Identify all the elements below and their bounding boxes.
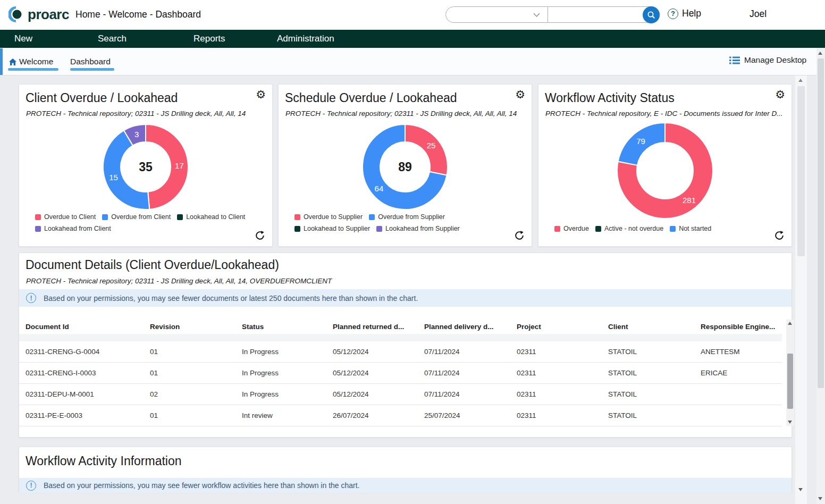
legend-item-overdue-from-supplier[interactable]: Overdue from Supplier — [369, 213, 445, 221]
gear-icon: ⚙ — [256, 88, 266, 100]
table-cell: 26/07/2024 — [333, 405, 424, 426]
legend-item-overdue-to-supplier[interactable]: Overdue to Supplier — [294, 213, 363, 221]
tab-welcome-underline — [8, 68, 58, 71]
table-cell: 01 — [150, 341, 242, 362]
manage-desktop-button[interactable]: Manage Desktop — [729, 55, 806, 65]
legend-item-overdue[interactable]: Overdue — [554, 224, 589, 233]
table-row[interactable]: 02311-DEPU-M-000102In Progress05/12/2024… — [19, 384, 782, 405]
search-button[interactable] — [643, 6, 660, 23]
table-scrollbar-thumb[interactable] — [787, 354, 793, 409]
workflow-info-card: Workflow Activity Information ! Based on… — [19, 447, 792, 492]
schedule-overdue-card: Schedule Overdue / Lookahead PROTECH - T… — [278, 84, 532, 247]
main-nav: New Search Reports Administration — [0, 30, 825, 48]
table-cell: In Progress — [242, 341, 333, 362]
document-details-title: Document Details (Client Overdue/Lookahe… — [26, 258, 279, 272]
column-header-revision[interactable]: Revision — [150, 323, 242, 331]
card-title: Client Overdue / Lookahead — [26, 91, 178, 105]
help-button[interactable]: ? Help — [668, 8, 701, 19]
user-menu[interactable]: Joel — [750, 9, 767, 20]
document-details-subtitle: PROTECH - Technical repository; 02311 - … — [26, 277, 332, 285]
refresh-button[interactable] — [773, 230, 785, 243]
legend-label: Lookahead from Client — [44, 225, 111, 232]
legend-item-overdue-to-client[interactable]: Overdue to Client — [35, 213, 96, 221]
table-row[interactable]: 02311-PE-E-000301Int review26/07/202425/… — [19, 405, 782, 426]
settings-button[interactable]: ⚙ — [774, 88, 786, 101]
tab-dashboard[interactable]: Dashboard — [70, 57, 111, 66]
legend-item-active-not-overdue[interactable]: Active - not overdue — [595, 224, 663, 233]
search-category-select[interactable] — [445, 6, 548, 23]
nav-item-reports[interactable]: Reports — [193, 33, 225, 44]
column-header-status[interactable]: Status — [242, 323, 333, 331]
legend-swatch — [294, 226, 300, 232]
table-cell: 02311-CRENG-I-0003 — [26, 363, 150, 383]
dashboard-scrollbar-thumb[interactable] — [797, 86, 805, 256]
column-header-planned-delivery-d[interactable]: Planned delivery d... — [424, 323, 517, 331]
tab-row: Welcome Dashboard Manage Desktop — [0, 48, 825, 75]
scroll-up-icon[interactable] — [818, 52, 822, 55]
legend-label: Overdue from Supplier — [378, 213, 445, 221]
scroll-up-icon[interactable] — [788, 322, 792, 325]
table-cell: 07/11/2024 — [424, 341, 517, 362]
column-header-responsible-engine[interactable]: Responsible Engine... — [701, 323, 782, 331]
legend-swatch — [102, 214, 108, 220]
legend-swatch — [670, 226, 676, 232]
scroll-down-icon[interactable] — [788, 421, 792, 424]
column-header-project[interactable]: Project — [517, 323, 608, 331]
tab-welcome[interactable]: Welcome — [9, 57, 53, 66]
home-icon — [9, 58, 16, 65]
legend-item-lookahead-from-supplier[interactable]: Lookahead from Supplier — [376, 224, 460, 233]
refresh-button[interactable] — [513, 230, 525, 243]
legend-label: Overdue to Client — [44, 213, 96, 221]
table-cell: STATOIL — [608, 363, 701, 383]
nav-item-administration[interactable]: Administration — [277, 33, 334, 44]
settings-button[interactable]: ⚙ — [255, 88, 267, 101]
document-details-card: Document Details (Client Overdue/Lookahe… — [19, 253, 792, 438]
scroll-down-icon[interactable] — [818, 497, 822, 500]
table-cell: 25/07/2024 — [424, 405, 517, 426]
nav-item-search[interactable]: Search — [98, 33, 127, 44]
legend-item-lookahead-to-client[interactable]: Lookahead to Client — [177, 213, 245, 221]
table-cell: STATOIL — [608, 405, 701, 426]
column-header-client[interactable]: Client — [608, 323, 701, 331]
gear-icon: ⚙ — [515, 88, 525, 100]
legend-swatch — [35, 226, 41, 232]
table-row[interactable]: 02311-CRENG-I-000301In Progress05/12/202… — [19, 363, 782, 384]
legend-item-lookahead-to-supplier[interactable]: Lookahead to Supplier — [294, 224, 370, 233]
table-row[interactable]: 02311-CRENG-G-000401In Progress05/12/202… — [19, 341, 782, 363]
legend-label: Overdue from Client — [111, 213, 171, 221]
refresh-button[interactable] — [254, 230, 266, 243]
column-header-document-id[interactable]: Document Id — [26, 323, 150, 331]
table-cell: 02311-PE-E-0003 — [26, 405, 150, 426]
scroll-down-icon[interactable] — [798, 488, 803, 491]
table-scrollbar[interactable] — [786, 320, 794, 426]
page-scrollbar[interactable] — [816, 48, 825, 504]
card-subtitle: PROTECH - Technical repository; 02311 - … — [26, 110, 246, 117]
proarc-logo[interactable]: proarc — [9, 5, 69, 24]
legend-item-lookahead-from-client[interactable]: Lookahead from Client — [35, 224, 111, 233]
table-cell: 05/12/2024 — [333, 341, 424, 362]
workflow-info-title: Workflow Activity Information — [26, 454, 182, 468]
legend-item-not-started[interactable]: Not started — [670, 224, 711, 233]
permissions-info-banner: ! Based on your permissions, you may see… — [19, 289, 792, 307]
help-icon: ? — [668, 9, 678, 19]
table-cell: 02311 — [517, 405, 608, 426]
table-cell: 02 — [150, 384, 242, 405]
search-input[interactable] — [553, 9, 641, 22]
table-cell: 02311 — [517, 384, 608, 405]
legend-item-overdue-from-client[interactable]: Overdue from Client — [102, 213, 171, 221]
scroll-up-icon[interactable] — [798, 79, 803, 82]
table-cell: STATOIL — [608, 341, 701, 362]
settings-button[interactable]: ⚙ — [514, 88, 526, 101]
tab-dashboard-label: Dashboard — [70, 57, 111, 66]
slice-value-label: 15 — [109, 173, 118, 182]
page-scrollbar-thumb[interactable] — [818, 58, 824, 388]
donut-center-total: 89 — [398, 160, 412, 174]
dashboard-scrollbar[interactable] — [795, 75, 807, 504]
legend-swatch — [35, 214, 41, 220]
breadcrumb: Home - Welcome - Dashboard — [75, 9, 201, 20]
column-header-planned-returned-d[interactable]: Planned returned d... — [333, 323, 424, 331]
nav-item-new[interactable]: New — [14, 33, 32, 44]
donut-svg: 28179 — [616, 122, 714, 220]
table-cell: 02311 — [517, 341, 608, 362]
slice-value-label: 281 — [683, 196, 696, 205]
